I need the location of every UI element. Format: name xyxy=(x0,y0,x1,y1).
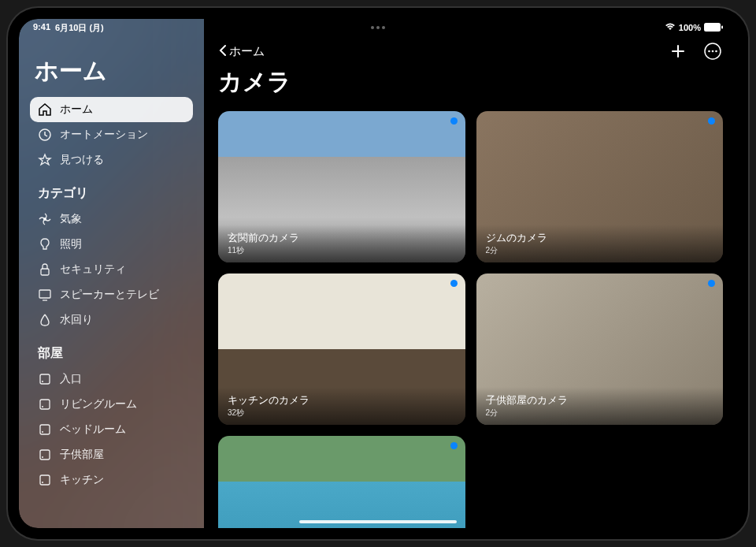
svg-rect-9 xyxy=(40,400,50,409)
camera-tile-kitchen[interactable]: キッチンのカメラ 32秒 xyxy=(218,274,465,425)
sidebar-section-rooms: 部屋 xyxy=(38,345,185,362)
sidebar-label: オートメーション xyxy=(60,128,148,142)
chevron-left-icon xyxy=(218,43,228,60)
sidebar-item-lights[interactable]: 照明 xyxy=(30,232,193,257)
room-icon xyxy=(38,448,52,462)
multitasking-dots-icon[interactable] xyxy=(371,26,385,29)
page-title: カメラ xyxy=(218,66,723,99)
camera-grid: 玄関前のカメラ 11秒 ジムのカメラ 2分 キッチンのカ xyxy=(218,111,723,528)
drop-icon xyxy=(38,313,52,327)
sidebar-item-water[interactable]: 水回り xyxy=(30,307,193,333)
home-icon xyxy=(38,102,52,117)
back-label: ホーム xyxy=(229,44,265,59)
svg-point-8 xyxy=(42,381,43,382)
room-icon xyxy=(38,422,52,437)
main-content: ホーム カメラ 玄関前のカメラ xyxy=(204,19,737,528)
more-button[interactable] xyxy=(702,41,723,61)
camera-info: 玄関前のカメラ 11秒 xyxy=(218,225,465,262)
sidebar-item-speakers-tv[interactable]: スピーカーとテレビ xyxy=(30,282,193,307)
camera-time: 32秒 xyxy=(228,407,456,419)
room-icon xyxy=(38,372,52,386)
live-indicator-icon xyxy=(708,280,715,287)
camera-tile-pool[interactable]: プールのカメラ xyxy=(218,436,465,528)
svg-point-19 xyxy=(712,50,714,53)
camera-tile-kidsroom[interactable]: 子供部屋のカメラ 2分 xyxy=(476,274,724,425)
camera-name: キッチンのカメラ xyxy=(228,393,456,407)
svg-rect-13 xyxy=(40,450,50,460)
room-icon xyxy=(38,397,52,411)
sidebar-item-room-bedroom[interactable]: ベッドルーム xyxy=(30,417,193,442)
ipad-frame: 9:41 6月10日 (月) 100% ホーム xyxy=(8,8,748,539)
room-icon xyxy=(38,473,52,487)
more-circle-icon xyxy=(704,43,721,60)
star-icon xyxy=(38,153,52,167)
sidebar-section-category: カテゴリ xyxy=(38,185,185,202)
svg-rect-15 xyxy=(40,475,50,485)
sidebar-item-security[interactable]: セキュリティ xyxy=(30,257,193,282)
camera-time: 2分 xyxy=(486,407,714,419)
sidebar-label: キッチン xyxy=(60,473,104,487)
camera-info: キッチンのカメラ 32秒 xyxy=(218,387,465,425)
svg-point-18 xyxy=(708,50,710,53)
live-indicator-icon xyxy=(450,442,458,449)
fan-icon xyxy=(38,212,52,226)
sidebar-item-discover[interactable]: 見つける xyxy=(30,147,193,173)
sidebar-item-climate[interactable]: 気象 xyxy=(30,207,193,232)
svg-point-20 xyxy=(715,50,717,53)
camera-info: ジムのカメラ 2分 xyxy=(476,225,724,262)
sidebar: ホーム ホーム オートメーション 見つける カテゴリ xyxy=(19,19,204,528)
plus-icon xyxy=(670,43,686,59)
camera-tile-driveway[interactable]: 玄関前のカメラ 11秒 xyxy=(218,111,465,262)
sidebar-item-home[interactable]: ホーム xyxy=(30,97,193,122)
svg-rect-1 xyxy=(721,25,723,28)
sidebar-item-room-living[interactable]: リビングルーム xyxy=(30,392,193,417)
status-date: 6月10日 (月) xyxy=(55,22,104,34)
camera-tile-gym[interactable]: ジムのカメラ 2分 xyxy=(476,111,724,262)
camera-thumbnail xyxy=(218,436,465,528)
camera-name: ジムのカメラ xyxy=(486,231,714,245)
sidebar-label: 入口 xyxy=(60,372,82,386)
battery-percent: 100% xyxy=(679,23,701,32)
sidebar-label: ホーム xyxy=(60,102,93,117)
sidebar-item-room-entry[interactable]: 入口 xyxy=(30,367,193,392)
clock-icon xyxy=(38,128,52,142)
wifi-icon xyxy=(665,23,676,32)
svg-rect-4 xyxy=(41,269,49,275)
sidebar-label: 照明 xyxy=(60,237,82,251)
sidebar-label: 気象 xyxy=(60,212,82,226)
svg-rect-0 xyxy=(704,23,721,32)
camera-time: 11秒 xyxy=(228,245,456,256)
sidebar-item-automation[interactable]: オートメーション xyxy=(30,122,193,147)
live-indicator-icon xyxy=(450,280,458,287)
camera-name: 子供部屋のカメラ xyxy=(486,393,714,407)
sidebar-label: 水回り xyxy=(60,313,93,327)
sidebar-label: 見つける xyxy=(60,153,104,167)
sidebar-label: セキュリティ xyxy=(60,262,126,277)
svg-rect-5 xyxy=(39,290,50,298)
svg-point-14 xyxy=(42,456,43,458)
svg-rect-11 xyxy=(40,425,50,434)
status-time: 9:41 xyxy=(33,22,50,34)
sidebar-label: ベッドルーム xyxy=(60,422,126,437)
sidebar-item-room-kids[interactable]: 子供部屋 xyxy=(30,442,193,467)
svg-point-10 xyxy=(42,406,43,407)
lock-icon xyxy=(38,262,52,277)
status-bar: 9:41 6月10日 (月) 100% xyxy=(19,19,737,36)
camera-name: 玄関前のカメラ xyxy=(228,231,456,245)
bulb-icon xyxy=(38,237,52,251)
sidebar-title: ホーム xyxy=(35,55,188,87)
camera-time: 2分 xyxy=(486,245,714,256)
sidebar-item-room-kitchen[interactable]: キッチン xyxy=(30,467,193,493)
sidebar-label: リビングルーム xyxy=(60,397,137,411)
svg-rect-7 xyxy=(40,374,50,384)
home-indicator[interactable] xyxy=(299,520,457,523)
sidebar-label: 子供部屋 xyxy=(60,448,104,462)
camera-info: 子供部屋のカメラ 2分 xyxy=(476,387,724,425)
add-button[interactable] xyxy=(668,41,688,61)
sidebar-label: スピーカーとテレビ xyxy=(60,288,159,302)
tv-icon xyxy=(38,288,52,302)
svg-point-12 xyxy=(42,431,43,433)
battery-icon xyxy=(704,23,723,33)
screen: 9:41 6月10日 (月) 100% ホーム xyxy=(19,19,737,528)
back-button[interactable]: ホーム xyxy=(218,43,265,60)
